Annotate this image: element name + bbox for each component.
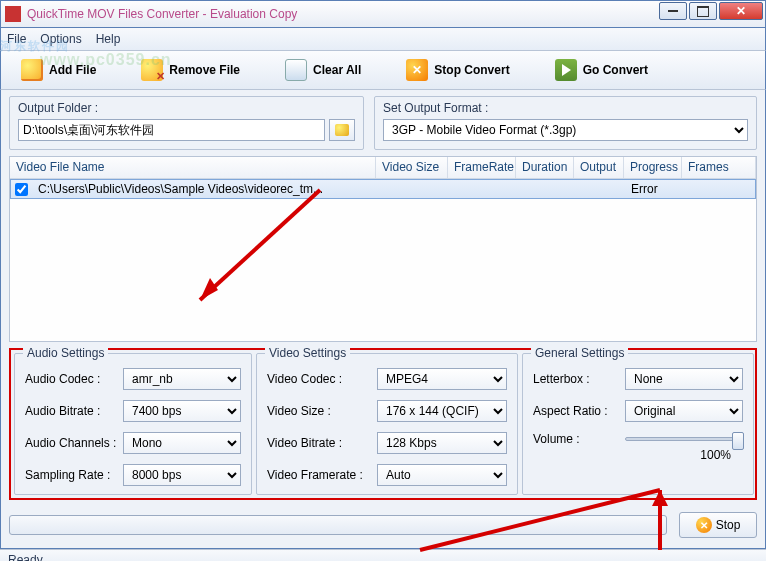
cell-name: C:\Users\Public\Videos\Sample Videos\vid… <box>32 182 377 196</box>
letterbox-select[interactable]: None <box>625 368 743 390</box>
col-output[interactable]: Output <box>574 157 624 178</box>
stop-button[interactable]: Stop <box>679 512 757 538</box>
video-codec-label: Video Codec : <box>267 372 371 386</box>
menubar: File Options Help <box>0 28 766 50</box>
sampling-rate-label: Sampling Rate : <box>25 468 117 482</box>
audio-settings-label: Audio Settings <box>23 346 108 360</box>
output-format-label: Set Output Format : <box>383 101 748 115</box>
output-folder-input[interactable] <box>18 119 325 141</box>
audio-codec-label: Audio Codec : <box>25 372 117 386</box>
remove-file-icon <box>141 59 163 81</box>
go-convert-icon <box>555 59 577 81</box>
video-bitrate-label: Video Bitrate : <box>267 436 371 450</box>
col-frames[interactable]: Frames <box>682 157 756 178</box>
video-size-label: Video Size : <box>267 404 371 418</box>
go-convert-button[interactable]: Go Convert <box>545 55 658 85</box>
remove-file-button[interactable]: Remove File <box>131 55 250 85</box>
toolbar: Add File Remove File Clear All Stop Conv… <box>0 50 766 90</box>
table-row[interactable]: C:\Users\Public\Videos\Sample Videos\vid… <box>10 179 756 199</box>
close-button[interactable] <box>719 2 763 20</box>
general-settings-label: General Settings <box>531 346 628 360</box>
general-settings-group: General Settings Letterbox :None Aspect … <box>522 353 754 495</box>
audio-channels-label: Audio Channels : <box>25 436 117 450</box>
add-file-button[interactable]: Add File <box>11 55 106 85</box>
row-checkbox[interactable] <box>15 183 28 196</box>
window-title: QuickTime MOV Files Converter - Evaluati… <box>27 7 761 21</box>
aspect-ratio-select[interactable]: Original <box>625 400 743 422</box>
status-bar: Ready <box>0 549 766 561</box>
menu-options[interactable]: Options <box>40 32 81 46</box>
stop-convert-button[interactable]: Stop Convert <box>396 55 519 85</box>
video-codec-select[interactable]: MPEG4 <box>377 368 507 390</box>
volume-label: Volume : <box>533 432 619 446</box>
cell-progress: Error <box>625 182 683 196</box>
settings-highlight: Audio Settings Audio Codec :amr_nb Audio… <box>9 348 757 500</box>
col-name[interactable]: Video File Name <box>10 157 376 178</box>
audio-settings-group: Audio Settings Audio Codec :amr_nb Audio… <box>14 353 252 495</box>
file-list: Video File Name Video Size FrameRate Dur… <box>9 156 757 342</box>
output-folder-panel: Output Folder : <box>9 96 364 150</box>
video-settings-label: Video Settings <box>265 346 350 360</box>
maximize-button[interactable] <box>689 2 717 20</box>
volume-slider[interactable] <box>625 437 743 441</box>
list-header: Video File Name Video Size FrameRate Dur… <box>10 157 756 179</box>
video-framerate-select[interactable]: Auto <box>377 464 507 486</box>
video-settings-group: Video Settings Video Codec :MPEG4 Video … <box>256 353 518 495</box>
stop-convert-icon <box>406 59 428 81</box>
audio-bitrate-label: Audio Bitrate : <box>25 404 117 418</box>
audio-codec-select[interactable]: amr_nb <box>123 368 241 390</box>
letterbox-label: Letterbox : <box>533 372 619 386</box>
output-folder-label: Output Folder : <box>18 101 355 115</box>
output-format-panel: Set Output Format : 3GP - Mobile Video F… <box>374 96 757 150</box>
sampling-rate-select[interactable]: 8000 bps <box>123 464 241 486</box>
audio-bitrate-select[interactable]: 7400 bps <box>123 400 241 422</box>
browse-folder-button[interactable] <box>329 119 355 141</box>
video-framerate-label: Video Framerate : <box>267 468 371 482</box>
status-text: Ready <box>8 553 43 561</box>
clear-all-button[interactable]: Clear All <box>275 55 371 85</box>
menu-help[interactable]: Help <box>96 32 121 46</box>
minimize-button[interactable] <box>659 2 687 20</box>
progress-bar <box>9 515 667 535</box>
video-size-select[interactable]: 176 x 144 (QCIF) <box>377 400 507 422</box>
col-duration[interactable]: Duration <box>516 157 574 178</box>
col-framerate[interactable]: FrameRate <box>448 157 516 178</box>
add-file-icon <box>21 59 43 81</box>
volume-percent: 100% <box>533 448 743 462</box>
stop-icon <box>696 517 712 533</box>
output-format-select[interactable]: 3GP - Mobile Video Format (*.3gp) <box>383 119 748 141</box>
video-bitrate-select[interactable]: 128 Kbps <box>377 432 507 454</box>
menu-file[interactable]: File <box>7 32 26 46</box>
app-icon <box>5 6 21 22</box>
clear-all-icon <box>285 59 307 81</box>
titlebar: QuickTime MOV Files Converter - Evaluati… <box>0 0 766 28</box>
audio-channels-select[interactable]: Mono <box>123 432 241 454</box>
col-progress[interactable]: Progress <box>624 157 682 178</box>
col-size[interactable]: Video Size <box>376 157 448 178</box>
aspect-ratio-label: Aspect Ratio : <box>533 404 619 418</box>
